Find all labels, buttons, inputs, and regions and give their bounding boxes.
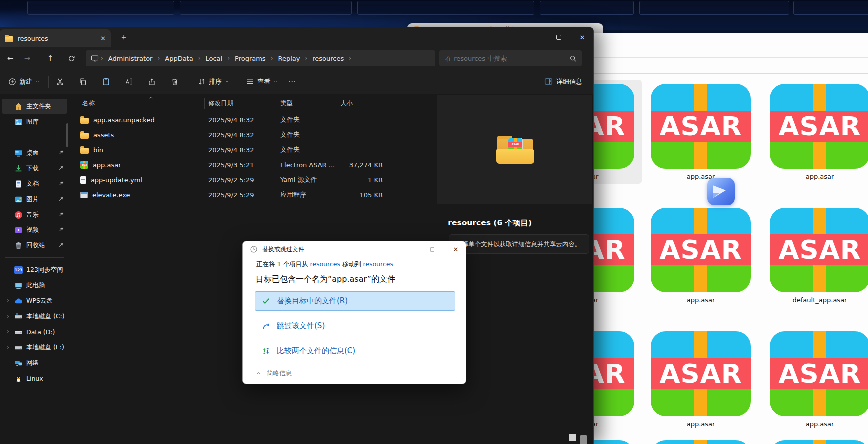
chevron-right-icon[interactable] [5,329,11,334]
minimize-button[interactable]: — [530,32,542,43]
share-icon[interactable] [145,74,159,89]
sort-button[interactable]: 排序 [193,74,234,89]
search-input[interactable] [444,54,569,63]
search-box[interactable] [439,50,582,66]
this-pc-icon[interactable] [91,54,99,62]
file-name-cell: assets [69,131,204,139]
sidebar-item-pc[interactable]: 此电脑 [2,278,67,293]
breadcrumb[interactable]: ›Administrator›AppData›Local›Programs›Re… [86,50,435,66]
taskbar-thumbnail[interactable] [357,1,534,15]
sidebar-item-label: 图库 [26,118,67,126]
column-divider[interactable] [204,98,205,109]
taskbar-thumbnail[interactable] [793,1,868,15]
sidebar-item-pictures[interactable]: 图片 [2,192,67,207]
scrollbar[interactable] [66,123,68,147]
taskbar-icon[interactable] [569,434,576,441]
compare-option[interactable]: 比较两个文件的信息(C) [255,341,455,361]
explorer-tab[interactable]: resources ✕ [0,29,111,47]
file-row[interactable]: app-update.yml2025/9/2 5:29Yaml 源文件1 KB [69,172,436,187]
file-row[interactable]: assets2025/9/4 8:32文件夹 [69,127,436,142]
forward-button[interactable]: → [20,51,35,66]
up-button[interactable]: ↑ [43,51,58,66]
search-icon[interactable] [569,55,577,62]
file-row[interactable]: app.asar.unpacked2025/9/4 8:32文件夹 [69,112,436,127]
taskbar-icon[interactable] [580,435,587,444]
asar-file-tile[interactable]: ASAR [651,440,751,444]
sidebar-item-drive[interactable]: 本地磁盘 (E:) [2,340,67,355]
new-button[interactable]: 新建 [4,74,44,89]
breadcrumb-item[interactable]: resources [309,54,347,63]
sidebar-item-home[interactable]: 主文件夹 [2,99,67,114]
asar-file-tile[interactable]: ASAR [651,331,751,416]
sidebar-item-downloads[interactable]: 下载 [2,161,67,176]
asar-file-label: default_app.asar [770,296,868,305]
asar-file-tile[interactable]: ASAR [651,84,751,169]
sidebar-item-recycle[interactable]: 回收站 [2,238,67,253]
column-divider[interactable] [275,98,275,109]
paste-icon[interactable] [99,74,113,89]
details-pane-toggle[interactable]: 详细信息 [544,77,582,86]
back-button[interactable]: ← [3,51,18,66]
file-row[interactable]: bin2025/9/4 8:32文件夹 [69,142,436,157]
file-type: 文件夹 [275,130,337,139]
taskbar-thumbnail[interactable] [180,1,352,15]
file-name-cell: bin [69,146,204,154]
sidebar-item-desktop[interactable]: 桌面 [2,145,67,160]
delete-icon[interactable] [168,74,182,89]
asar-file-tile[interactable]: ASAR [770,208,868,292]
check-icon [262,297,270,305]
destination-folder-link[interactable]: resources [363,260,393,268]
asar-file-tile[interactable]: ASAR [770,440,868,444]
replace-option[interactable]: 替换目标中的文件(R) [255,291,455,311]
sidebar-item-drive[interactable]: Data (D:) [2,324,67,339]
rename-icon[interactable] [122,74,136,89]
chevron-right-icon[interactable] [5,345,11,350]
chevron-right-icon[interactable] [5,298,11,303]
sidebar-item-gallery[interactable]: 图库 [2,114,67,129]
sidebar-item-drivec[interactable]: 本地磁盘 (C:) [2,309,67,324]
column-divider[interactable] [400,98,400,109]
dialog-close-button[interactable]: ✕ [448,244,463,255]
column-header-type[interactable]: 类型 [280,99,293,108]
taskbar-thumbnail[interactable] [639,1,789,15]
chevron-right-icon[interactable] [5,314,11,319]
sidebar-item-music[interactable]: 音乐 [2,207,67,222]
breadcrumb-item[interactable]: Replay [275,54,303,63]
breadcrumb-item[interactable]: Programs [232,54,269,63]
sidebar-item-sync123[interactable]: 123123同步空间 [2,262,67,277]
view-button[interactable]: 查看 [242,74,282,89]
skip-option[interactable]: 跳过该文件(S) [255,316,455,336]
column-divider[interactable] [337,98,337,109]
cut-icon[interactable] [53,74,67,89]
fewer-details-toggle[interactable]: 简略信息 [256,369,292,378]
column-header-date[interactable]: 修改日期 [208,99,233,108]
column-header-size[interactable]: 大小 [340,99,353,108]
sidebar-item-cloud[interactable]: WPS云盘 [2,293,67,308]
source-folder-link[interactable]: resources [310,260,340,268]
asar-file-tile[interactable]: ASAR [651,208,751,292]
file-row[interactable]: ASARapp.asar2025/9/3 5:21Electron ASAR .… [69,157,436,172]
refresh-icon[interactable] [64,51,79,66]
dialog-minimize-button[interactable]: — [402,244,417,255]
sidebar-item-network[interactable]: 网络 [2,355,67,370]
taskbar-thumbnail[interactable] [27,1,174,15]
breadcrumb-item[interactable]: Local [203,54,226,63]
maximize-button[interactable] [553,32,565,43]
breadcrumb-item[interactable]: AppData [162,54,196,63]
column-header-name[interactable]: 名称 [82,99,95,108]
tab-close-icon[interactable]: ✕ [100,35,106,42]
new-tab-button[interactable]: ＋ [120,32,128,43]
sidebar-item-videos[interactable]: 视频 [2,222,67,237]
dialog-titlebar[interactable]: 替换或跳过文件 — ✕ [243,241,466,257]
explorer-titlebar[interactable]: resources ✕ ＋ — ✕ [0,27,593,47]
close-button[interactable]: ✕ [576,32,588,43]
sidebar-item-linux[interactable]: Linux [2,371,67,386]
copy-icon[interactable] [76,74,90,89]
sidebar-item-documents[interactable]: 文档 [2,176,67,191]
asar-file-tile[interactable]: ASAR [770,84,868,169]
more-options-icon[interactable]: ⋯ [282,77,302,86]
taskbar-thumbnail[interactable] [540,1,634,15]
file-row[interactable]: elevate.exe2025/9/2 5:29应用程序105 KB [69,187,436,202]
asar-file-tile[interactable]: ASAR [770,331,868,416]
breadcrumb-item[interactable]: Administrator [105,54,156,63]
